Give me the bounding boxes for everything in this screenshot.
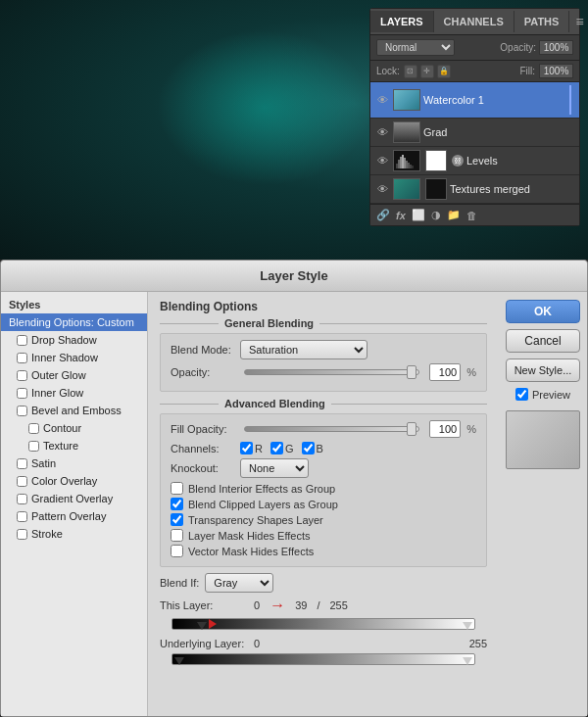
lock-all-icon[interactable]: 🔒 — [437, 65, 451, 78]
style-label-contour: Contour — [43, 422, 81, 434]
fill-opacity-thumb[interactable] — [407, 422, 416, 436]
lock-checkered-icon[interactable]: ⊡ — [404, 65, 417, 78]
folder-icon[interactable]: 📁 — [447, 209, 461, 221]
panel-options-icon[interactable]: ≡ — [569, 9, 588, 34]
fill-opacity-slider[interactable] — [244, 426, 419, 432]
checkbox-satin[interactable] — [17, 458, 27, 469]
checkbox-row-blend-interior: Blend Interior Effects as Group — [171, 482, 476, 495]
style-item-bevel-emboss[interactable]: Bevel and Emboss — [1, 402, 147, 419]
checkbox-color-overlay[interactable] — [17, 476, 27, 487]
checkbox-contour[interactable] — [28, 423, 39, 434]
opacity-slider-thumb[interactable] — [407, 365, 416, 379]
blend-if-dropdown[interactable]: Gray — [205, 573, 273, 593]
channel-b-text: B — [317, 443, 323, 454]
blend-mode-dropdown[interactable]: Saturation — [240, 340, 368, 359]
underlying-right-handle[interactable] — [463, 657, 472, 665]
underlying-min: 0 — [254, 638, 260, 649]
tab-paths[interactable]: PATHS — [514, 11, 570, 32]
eye-icon-watercolor[interactable]: 👁 — [374, 93, 390, 107]
underlying-layer-gradient-bar[interactable] — [172, 653, 475, 665]
mask-icon[interactable]: ⬜ — [412, 209, 425, 221]
checkbox-inner-glow[interactable] — [17, 388, 27, 399]
layer-item-grad[interactable]: 👁 Grad — [370, 119, 579, 147]
checkbox-pattern-overlay[interactable] — [17, 511, 27, 522]
checkbox-row-layer-mask: Layer Mask Hides Effects — [171, 529, 476, 542]
cancel-button[interactable]: Cancel — [506, 329, 580, 353]
channels-label: Channels: — [171, 443, 234, 454]
style-item-outer-glow[interactable]: Outer Glow — [1, 366, 147, 384]
eye-icon-levels[interactable]: 👁 — [374, 154, 390, 167]
opacity-input[interactable] — [539, 40, 573, 55]
style-item-satin[interactable]: Satin — [1, 454, 147, 472]
lock-move-icon[interactable]: ✛ — [420, 65, 434, 78]
checkbox-gradient-overlay[interactable] — [17, 494, 27, 504]
eye-icon-textures[interactable]: 👁 — [374, 182, 390, 196]
delete-icon[interactable]: 🗑 — [466, 210, 477, 221]
channel-r-checkbox[interactable] — [240, 442, 253, 454]
style-item-gradient-overlay[interactable]: Gradient Overlay — [1, 490, 147, 507]
style-item-inner-shadow[interactable]: Inner Shadow — [1, 349, 147, 366]
style-item-color-overlay[interactable]: Color Overlay — [1, 472, 147, 490]
vector-mask-checkbox[interactable] — [171, 545, 183, 557]
style-item-blending-options[interactable]: Blending Options: Custom — [1, 313, 147, 331]
blend-mode-label: Blend Mode: — [171, 344, 234, 356]
opacity-slider-track[interactable] — [244, 369, 419, 375]
style-item-pattern-overlay[interactable]: Pattern Overlay — [1, 507, 147, 525]
layer-thumb-textures — [393, 178, 420, 200]
style-item-texture[interactable]: Texture — [1, 437, 147, 454]
checkbox-drop-shadow[interactable] — [17, 335, 27, 346]
checkbox-outer-glow[interactable] — [17, 370, 27, 381]
this-layer-gradient-bar[interactable] — [172, 618, 475, 630]
knockout-dropdown[interactable]: None — [240, 458, 309, 478]
styles-panel: Styles Blending Options: Custom Drop Sha… — [1, 292, 148, 716]
preview-checkbox[interactable] — [515, 388, 528, 401]
style-label-stroke: Stroke — [31, 528, 63, 540]
layer-item-levels[interactable]: 👁 ⛓ Levels — [370, 147, 579, 175]
adjustment-icon[interactable]: ◑ — [431, 209, 441, 221]
this-layer-label: This Layer: — [160, 599, 248, 611]
style-item-stroke[interactable]: Stroke — [1, 525, 147, 543]
checkbox-inner-shadow[interactable] — [17, 353, 27, 363]
eye-icon-grad[interactable]: 👁 — [374, 125, 390, 139]
options-area: Blending Options General Blending Blend … — [148, 292, 499, 716]
layer-thumb-grad — [393, 121, 420, 143]
layer-style-dialog: Layer Style Styles Blending Options: Cus… — [0, 260, 588, 717]
tab-channels[interactable]: CHANNELS — [434, 11, 514, 32]
layer-mask-checkbox[interactable] — [171, 529, 183, 542]
link-icon[interactable]: 🔗 — [376, 209, 390, 221]
blend-clipped-checkbox[interactable] — [171, 498, 183, 510]
blend-interior-checkbox[interactable] — [171, 482, 183, 495]
style-label-texture: Texture — [43, 440, 78, 452]
fill-opacity-input[interactable] — [429, 420, 461, 438]
channel-g-checkbox[interactable] — [270, 442, 283, 454]
underlying-max: 255 — [469, 638, 487, 649]
style-label-drop-shadow: Drop Shadow — [31, 334, 97, 346]
opacity-label: Opacity: — [500, 42, 536, 53]
this-layer-right-handle[interactable] — [463, 622, 472, 630]
this-layer-left-handle[interactable] — [197, 622, 207, 630]
channel-b-checkbox[interactable] — [302, 442, 315, 454]
opacity-value-input[interactable] — [429, 363, 461, 381]
tab-layers[interactable]: LAYERS — [370, 11, 434, 32]
layers-panel: LAYERS CHANNELS PATHS ≡ Normal Opacity: … — [369, 8, 580, 226]
opacity-label-general: Opacity: — [171, 366, 234, 378]
style-item-contour[interactable]: Contour — [1, 419, 147, 437]
new-style-button[interactable]: New Style... — [506, 358, 580, 382]
layer-item-watercolor[interactable]: 👁 Watercolor 1 — [370, 82, 579, 119]
style-item-inner-glow[interactable]: Inner Glow — [1, 384, 147, 402]
fx-icon[interactable]: fx — [396, 210, 406, 221]
ok-button[interactable]: OK — [506, 300, 580, 323]
fill-input[interactable] — [539, 64, 573, 78]
underlying-left-handle[interactable] — [174, 657, 184, 665]
checkbox-texture[interactable] — [28, 441, 39, 452]
style-label-bevel-emboss: Bevel and Emboss — [31, 405, 122, 416]
dialog-title: Layer Style — [1, 261, 587, 292]
blend-mode-select[interactable]: Normal — [376, 39, 455, 56]
checkbox-stroke[interactable] — [17, 529, 27, 540]
style-label-color-overlay: Color Overlay — [31, 475, 97, 487]
checkbox-bevel-emboss[interactable] — [17, 406, 27, 416]
underlying-layer-label: Underlying Layer: — [160, 638, 248, 649]
layer-item-textures[interactable]: 👁 Textures merged — [370, 175, 579, 204]
transparency-checkbox[interactable] — [171, 513, 183, 526]
style-item-drop-shadow[interactable]: Drop Shadow — [1, 331, 147, 349]
